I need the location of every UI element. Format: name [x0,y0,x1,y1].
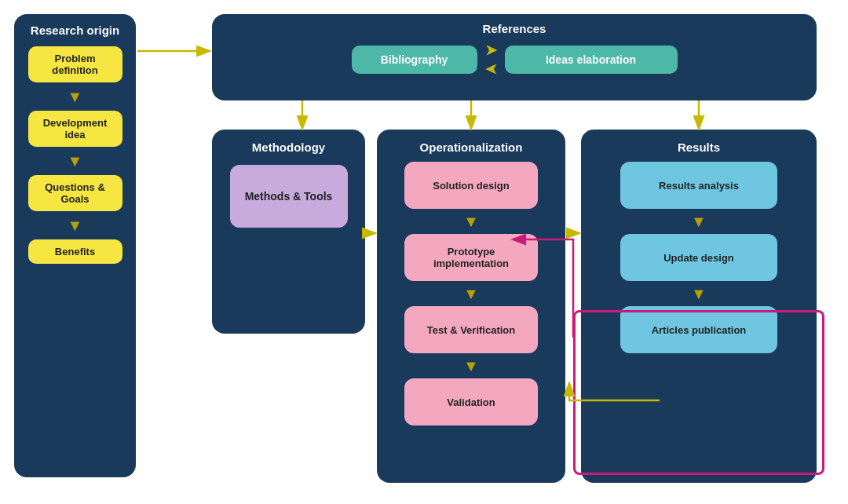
research-origin-title: Research origin [31,24,119,37]
results-title: Results [678,141,720,154]
diagram: Research origin Problem definition ▼ Dev… [0,0,848,504]
arrow-3: ▼ [68,217,83,233]
methods-tools-box: Methods & Tools [230,165,348,228]
benefits-box: Benefits [28,239,122,264]
operationalization-box: Operationalization Solution design ▼ Pro… [377,130,565,483]
research-origin-box: Research origin Problem definition ▼ Dev… [14,14,136,477]
references-box: References Bibliography ➤ ➤ Ideas elabor… [212,14,817,100]
references-title: References [483,22,546,35]
arrow-left-icon: ➤ [485,60,497,78]
articles-publication-box: Articles publication [620,306,777,353]
results-box: Results Results analysis ▼ Update design… [581,130,817,483]
results-analysis-box: Results analysis [620,162,777,209]
solution-design-box: Solution design [404,162,538,209]
operationalization-title: Operationalization [420,141,523,154]
arrow-op-1: ▼ [463,214,479,229]
arrow-res-1: ▼ [691,214,707,229]
arrow-right-icon: ➤ [485,42,497,59]
ideas-elaboration-box: Ideas elaboration [505,46,678,74]
methodology-title: Methodology [252,141,325,154]
questions-goals-box: Questions & Goals [28,175,122,211]
arrow-op-3: ▼ [463,358,479,374]
problem-definition-box: Problem definition [28,46,122,82]
arrow-1: ▼ [68,89,83,104]
methodology-box: Methodology Methods & Tools [212,130,365,334]
double-arrow: ➤ ➤ [485,42,497,78]
arrow-2: ▼ [68,153,83,169]
arrow-res-2: ▼ [691,286,707,301]
arrow-op-2: ▼ [463,286,479,301]
update-design-box: Update design [620,234,777,281]
development-idea-box: Development idea [28,111,122,147]
validation-box: Validation [404,378,538,425]
bibliography-box: Bibliography [352,46,477,74]
test-verification-box: Test & Verification [404,306,538,353]
prototype-impl-box: Prototype implementation [404,234,538,281]
